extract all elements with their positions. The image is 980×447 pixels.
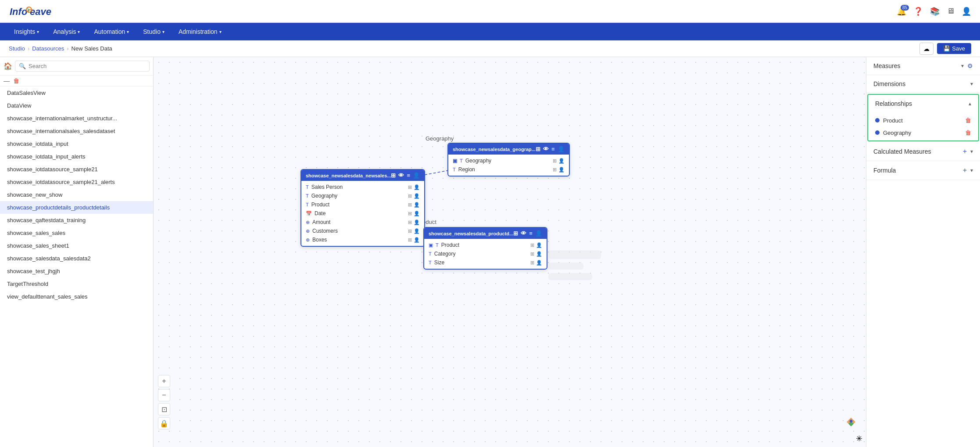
breadcrumb-sep-2: › [67,45,68,52]
prod-t-icon: T [436,242,439,248]
help-button[interactable]: ❓ [913,7,923,16]
sidebar-list-item[interactable]: showcase_qaftestdata_training [0,214,153,227]
formula-header[interactable]: Formula + ▾ [866,161,980,180]
prod-field-product: Product [441,242,459,248]
nav-administration[interactable]: Administration ▾ [173,25,227,39]
sidebar-list-item[interactable]: showcase_iotdata_input_alerts [0,150,153,163]
cloud-button[interactable]: ☁ [919,43,934,55]
lock-button[interactable]: 🔒 [158,417,170,429]
zoom-out-button[interactable]: − [158,389,170,401]
screen-button[interactable]: 🖥 [947,7,955,16]
sidebar-toolbar: — 🗑 [0,76,153,87]
zoom-in-button[interactable]: + [158,375,170,387]
measures-gear-icon[interactable]: ⚙ [967,62,973,69]
sidebar-list-item[interactable]: showcase_sales_sheet1 [0,239,153,252]
p-t-icon: T [306,202,309,207]
books-button[interactable]: 📚 [930,7,940,16]
sidebar-list-item[interactable]: DataSalesView [0,87,153,99]
main-node[interactable]: showcase_newsalesdata_newsales... ⊞ 👁 ≡ … [300,169,425,247]
top-bar: Info eave 🔔85 ❓ 📚 🖥 👤 [0,0,980,23]
sidebar-list-item[interactable]: showcase_internationalsales_salesdataset [0,125,153,137]
canvas-area[interactable]: Geography showcase_newsalesdata_geograp.… [154,57,866,447]
prod-grid-icon: ⊞ [513,230,518,237]
sidebar-list-item[interactable]: showcase_new_show [0,188,153,201]
dimensions-chevron: ▾ [970,81,973,87]
delete-button[interactable]: 🗑 [13,77,19,84]
main-row-customers: ⊕ Customers ⊞ 👤 [301,227,424,235]
nav-analysis[interactable]: Analysis ▾ [48,25,85,39]
list-icon: ≡ [551,146,555,152]
breadcrumb-datasources[interactable]: Datasources [32,45,64,52]
prod-row-category: T Category ⊞ 👤 [424,249,547,258]
c-num-icon: ⊕ [306,228,310,234]
cat-sort-icon: 👤 [536,251,542,257]
calc-measures-add-icon[interactable]: + [963,148,967,155]
sidebar-list-item[interactable]: TargetThreshold [0,278,153,290]
sidebar-list-item[interactable]: showcase_internationalmarket_unstructur.… [0,112,153,125]
sidebar-list-item[interactable]: showcase_iotdatasource_sample21_alerts [0,176,153,188]
product-delete-button[interactable]: 🗑 [965,117,971,124]
sidebar-list-item[interactable]: showcase_iotdata_input [0,137,153,150]
a-filter-icon: ⊞ [408,220,412,225]
c-icons: ⊞ 👤 [408,228,420,234]
placeholder-card-3 [548,273,592,280]
geography-node-rows: ▣ T Geography ⊞ 👤 T Region ⊞ [448,155,569,176]
geo-t-icon: T [460,158,463,163]
sidebar-list-item[interactable]: DataView [0,99,153,112]
relationships-icons: ▴ [969,101,971,107]
save-icon: 💾 [943,45,950,52]
main-field-geography: Geography [311,193,337,199]
sidebar-list-item[interactable]: showcase_salesdata_salesdata2 [0,252,153,265]
sidebar-home-button[interactable]: 🏠 [4,62,12,70]
geo-row-geography-icons: ⊞ 👤 [553,158,565,164]
sidebar-list-item[interactable]: showcase_iotdatasource_sample21 [0,163,153,176]
relationship-geography-left: Geography [875,130,911,136]
geography-delete-button[interactable]: 🗑 [965,129,971,136]
collapse-button[interactable]: — [4,77,10,84]
nav-studio[interactable]: Studio ▾ [138,25,170,39]
save-button[interactable]: 💾 Save [937,43,971,54]
sidebar-list-item[interactable]: showcase_productdetails_productdetails [0,201,153,214]
user-button[interactable]: 👤 [962,7,971,16]
relationships-header[interactable]: Relationships ▴ [868,95,978,112]
dimensions-header[interactable]: Dimensions ▾ [866,75,980,93]
breadcrumb-bar: Studio › Datasources › New Sales Data ☁ … [0,40,980,57]
main-list-icon: ≡ [407,172,410,179]
prod-field-category: Category [434,251,456,257]
a-num-icon: ⊕ [306,220,310,225]
nav-insights[interactable]: Insights ▾ [9,25,44,39]
main-row-date: 📅 Date ⊞ 👤 [301,209,424,218]
sp-filter-icon: ⊞ [408,184,412,190]
calculated-measures-header[interactable]: Calculated Measures + ▾ [866,142,980,161]
prod-field-size: Size [434,260,444,266]
search-input[interactable] [29,63,146,69]
sp-t-icon: T [306,184,309,190]
prod-filter-icon: ⊞ [530,242,534,248]
nav-automation[interactable]: Automation ▾ [89,25,134,39]
sidebar-list-item[interactable]: showcase_test_jhgjh [0,265,153,278]
dimensions-section: Dimensions ▾ [866,75,980,93]
geography-node-title: showcase_newsalesdata_geograp... [453,147,536,152]
notification-bell[interactable]: 🔔85 [897,7,906,16]
size-filter-icon: ⊞ [530,260,534,266]
sidebar-list-item[interactable]: view_defaulttenant_sales_sales [0,290,153,303]
geography-node[interactable]: showcase_newsalesdata_geograp... ⊞ 👁 ≡ 👤… [447,143,570,177]
product-node-header: showcase_newsalesdata_productd... ⊞ 👁 ≡ … [424,228,547,239]
product-node[interactable]: showcase_newsalesdata_productd... ⊞ 👁 ≡ … [423,227,547,270]
c-filter-icon: ⊞ [408,228,412,234]
breadcrumb-studio[interactable]: Studio [9,45,25,52]
measures-header[interactable]: Measures ▾ ⚙ [866,57,980,75]
main-field-amount: Amount [312,219,330,225]
geography-dot [875,130,880,135]
sidebar-list-item[interactable]: showcase_sales_sales [0,227,153,239]
fit-screen-button[interactable]: ⊡ [158,403,170,415]
nav-insights-arrow: ▾ [37,29,39,34]
formula-add-icon[interactable]: + [963,166,967,174]
measures-chevron: ▾ [961,63,964,69]
main-row-boxes: ⊕ Boxes ⊞ 👤 [301,235,424,244]
formula-section: Formula + ▾ [866,161,980,180]
main-field-product: Product [311,202,329,208]
filter-icon-1: ⊞ [553,158,557,164]
sidebar-top: 🏠 🔍 [0,57,153,76]
b-sort-icon: 👤 [414,237,420,243]
